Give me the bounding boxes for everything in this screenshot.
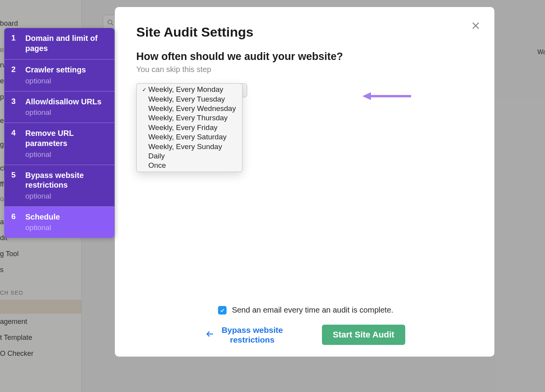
schedule-option[interactable]: Once — [137, 161, 242, 170]
step-title: Crawler settings — [25, 65, 107, 75]
step-optional-label: optional — [25, 223, 107, 232]
wizard-step-4[interactable]: 4Remove URL parametersoptional — [4, 123, 114, 165]
email-checkbox[interactable] — [218, 306, 227, 315]
schedule-option-label: Weekly, Every Saturday — [148, 133, 237, 141]
step-number: 5 — [11, 171, 17, 200]
modal-footer: Send an email every time an audit is com… — [136, 306, 475, 345]
button-row: Bypass websiterestrictions Start Site Au… — [136, 325, 475, 345]
schedule-option[interactable]: Weekly, Every Friday — [137, 123, 242, 132]
step-number: 2 — [11, 65, 17, 85]
schedule-option-label: Weekly, Every Thursday — [148, 114, 237, 122]
schedule-option-label: Weekly, Every Tuesday — [148, 95, 237, 104]
check-icon — [220, 308, 225, 313]
schedule-option[interactable]: Weekly, Every Saturday — [137, 132, 242, 142]
close-button[interactable] — [469, 19, 482, 32]
step-title: Remove URL parameters — [25, 128, 107, 148]
schedule-option-label: Weekly, Every Friday — [148, 123, 237, 132]
step-number: 4 — [11, 128, 17, 158]
schedule-option[interactable]: Weekly, Every Tuesday — [137, 94, 242, 104]
schedule-dropdown[interactable]: ✓Weekly, Every MondayWeekly, Every Tuesd… — [136, 83, 247, 172]
step-title: Schedule — [25, 212, 107, 222]
wizard-step-1[interactable]: 1Domain and limit of pages — [4, 28, 114, 60]
schedule-question: How often should we audit your website? — [136, 51, 475, 63]
step-title: Bypass website restrictions — [25, 171, 107, 190]
schedule-option[interactable]: Weekly, Every Thursday — [137, 113, 242, 123]
start-site-audit-button[interactable]: Start Site Audit — [322, 325, 405, 345]
schedule-option-label: Once — [148, 161, 237, 170]
step-title: Allow/disallow URLs — [25, 97, 107, 107]
annotation-arrow-icon — [362, 90, 413, 102]
wizard-step-2[interactable]: 2Crawler settingsoptional — [4, 60, 114, 91]
schedule-option[interactable]: Daily — [137, 151, 242, 161]
back-button[interactable]: Bypass websiterestrictions — [206, 325, 283, 345]
skip-hint: You can skip this step — [136, 65, 475, 74]
step-number: 6 — [11, 212, 17, 232]
close-icon — [471, 21, 481, 31]
modal-title: Site Audit Settings — [136, 25, 475, 40]
step-title: Domain and limit of pages — [25, 33, 107, 53]
wizard-steps: 1Domain and limit of pages2Crawler setti… — [4, 28, 114, 238]
step-optional-label: optional — [25, 150, 107, 159]
check-icon: ✓ — [142, 86, 148, 93]
wizard-step-3[interactable]: 3Allow/disallow URLsoptional — [4, 91, 114, 123]
schedule-dropdown-panel: ✓Weekly, Every MondayWeekly, Every Tuesd… — [136, 83, 243, 172]
wizard-step-5[interactable]: 5Bypass website restrictionsoptional — [4, 165, 114, 207]
schedule-option[interactable]: Weekly, Every Wednesday — [137, 104, 242, 113]
schedule-option-label: Weekly, Every Sunday — [148, 142, 237, 151]
email-notification-row: Send an email every time an audit is com… — [136, 306, 475, 315]
schedule-option-label: Weekly, Every Wednesday — [148, 104, 237, 113]
schedule-option[interactable]: ✓Weekly, Every Monday — [137, 85, 242, 94]
svg-marker-5 — [362, 92, 371, 100]
site-audit-settings-modal: Site Audit Settings How often should we … — [115, 7, 494, 357]
arrow-left-icon — [206, 330, 214, 340]
step-optional-label: optional — [25, 192, 107, 200]
wizard-step-6[interactable]: 6Scheduleoptional — [4, 207, 114, 238]
back-button-label: Bypass websiterestrictions — [222, 325, 283, 345]
step-optional-label: optional — [25, 108, 107, 117]
schedule-option-label: Daily — [148, 152, 237, 160]
step-optional-label: optional — [25, 77, 107, 85]
step-number: 1 — [11, 33, 17, 53]
step-number: 3 — [11, 97, 17, 117]
schedule-option[interactable]: Weekly, Every Sunday — [137, 142, 242, 151]
schedule-option-label: Weekly, Every Monday — [148, 85, 237, 94]
email-checkbox-label: Send an email every time an audit is com… — [232, 306, 394, 315]
